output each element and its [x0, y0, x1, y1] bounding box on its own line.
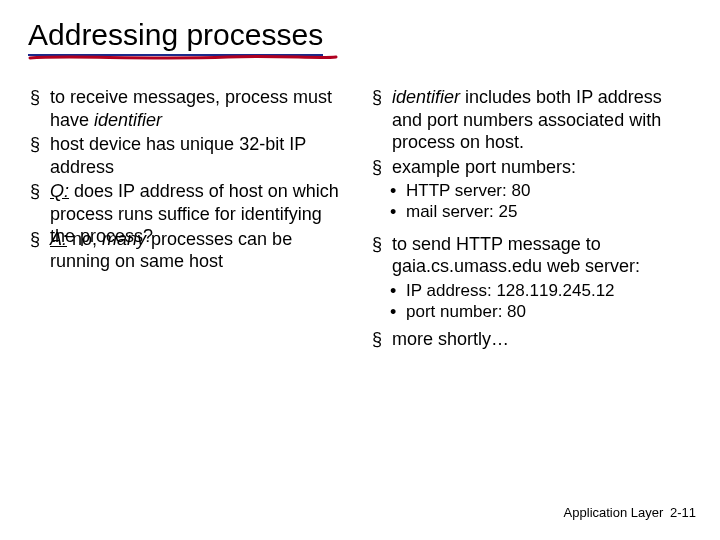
- sub-list-item: HTTP server: 80: [370, 180, 692, 201]
- text-a: A:: [50, 229, 67, 249]
- footer-section: Application Layer: [564, 505, 664, 520]
- text: host device has unique 32-bit IP address: [50, 134, 306, 177]
- list-item: to send HTTP message to gaia.cs.umass.ed…: [370, 233, 692, 278]
- text: example port numbers:: [392, 157, 576, 177]
- text: no,: [67, 229, 102, 249]
- list-item: more shortly…: [370, 328, 692, 351]
- list-item: to receive messages, process must have i…: [28, 86, 350, 131]
- sub-list-item: IP address: 128.119.245.12: [370, 280, 692, 301]
- left-list: to receive messages, process must have i…: [28, 86, 350, 273]
- text: to receive messages, process must have: [50, 87, 332, 130]
- text-italic: identifier: [94, 110, 162, 130]
- list-item: host device has unique 32-bit IP address: [28, 133, 350, 178]
- right-column: identifier includes both IP address and …: [370, 86, 692, 353]
- text: IP address: 128.119.245.12: [406, 281, 615, 300]
- sub-list-item: mail server: 25: [370, 201, 692, 222]
- columns: to receive messages, process must have i…: [28, 86, 692, 353]
- text-italic: many: [102, 229, 146, 249]
- text: to send HTTP message to gaia.cs.umass.ed…: [392, 234, 640, 277]
- slide-title: Addressing processes: [28, 18, 323, 56]
- text: HTTP server: 80: [406, 181, 530, 200]
- text: more shortly…: [392, 329, 509, 349]
- list-item: identifier includes both IP address and …: [370, 86, 692, 154]
- title-wrap: Addressing processes: [28, 18, 692, 58]
- left-column: to receive messages, process must have i…: [28, 86, 350, 353]
- footer: Application Layer 2-11: [564, 505, 696, 520]
- text: mail server: 25: [406, 202, 517, 221]
- slide: Addressing processes to receive messages…: [0, 0, 720, 540]
- text-q: Q:: [50, 181, 69, 201]
- text-italic: identifier: [392, 87, 460, 107]
- footer-page: 2-11: [670, 505, 696, 520]
- right-list: identifier includes both IP address and …: [370, 86, 692, 351]
- sub-list-item: port number: 80: [370, 301, 692, 322]
- text: port number: 80: [406, 302, 526, 321]
- list-item: example port numbers:: [370, 156, 692, 179]
- list-item: A: no, many processes can be running on …: [28, 228, 350, 273]
